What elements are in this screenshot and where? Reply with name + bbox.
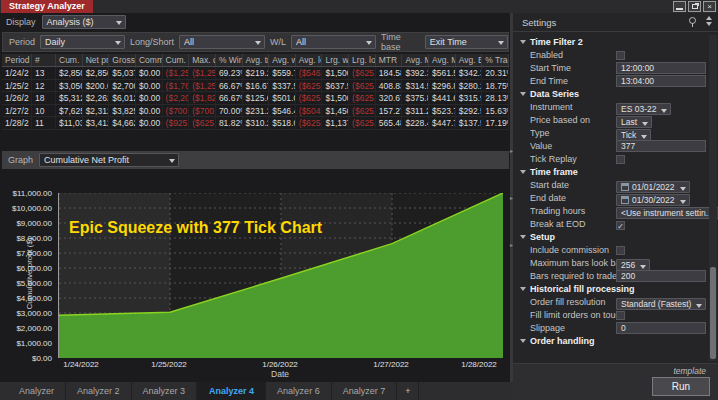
column-header[interactable]: Period	[2, 54, 32, 66]
column-header[interactable]: Avg. M	[402, 54, 429, 66]
timebase-select[interactable]: Exit Time	[425, 35, 508, 49]
tab-analyzer[interactable]: Analyzer	[8, 382, 66, 400]
x-axis-tick-label: 1/26/2022	[262, 360, 298, 369]
column-header[interactable]: Cum. n	[56, 54, 83, 66]
cell: 184.58	[376, 67, 403, 79]
column-header[interactable]: Avg. M	[429, 54, 456, 66]
cell: 320.67	[376, 92, 403, 104]
tab-analyzer-4[interactable]: Analyzer 4	[197, 382, 266, 400]
cell: ($1,25	[163, 67, 190, 79]
scrollbar-thumb[interactable]	[710, 267, 716, 359]
cell: $137.5	[456, 117, 483, 129]
cell: 12	[32, 80, 56, 92]
cell: $11,03	[56, 117, 83, 129]
column-header[interactable]: Avg. lo	[296, 54, 323, 66]
template-link[interactable]: template	[673, 366, 706, 376]
run-button[interactable]: Run	[652, 377, 710, 396]
enabled-checkbox[interactable]	[616, 51, 625, 60]
tick-replay-checkbox[interactable]	[616, 155, 625, 164]
window-title-tab[interactable]: Strategy Analyzer	[1, 0, 93, 13]
display-select[interactable]: Analysis ($)	[42, 15, 126, 29]
collapse-arrow-icon[interactable]	[520, 170, 526, 174]
cell: 565.48	[376, 117, 403, 129]
close-button[interactable]: ×	[703, 1, 716, 12]
tab-analyzer-6[interactable]: Analyzer 6	[266, 382, 332, 400]
arrow-down-icon	[706, 22, 712, 26]
tab-analyzer-2[interactable]: Analyzer 2	[66, 382, 132, 400]
end-time-field[interactable]	[616, 75, 706, 87]
start-time-field[interactable]	[616, 62, 706, 74]
add-tab-button[interactable]: +	[397, 382, 419, 400]
column-header[interactable]: % Trac	[482, 54, 509, 66]
settings-panel: Settings Time Filter 2 Enabled Start Tim…	[513, 13, 718, 400]
y-axis-tick-label: $6,000.00	[16, 264, 52, 273]
column-header[interactable]: Net pro	[83, 54, 110, 66]
column-header[interactable]: #	[32, 54, 56, 66]
period-select[interactable]: Daily	[40, 35, 125, 49]
collapse-arrow-icon[interactable]	[520, 92, 526, 96]
settings-scrollbar[interactable]	[709, 35, 717, 361]
cell: $518.0	[269, 117, 296, 129]
cell: $280.2	[456, 80, 483, 92]
cell: $310.2	[243, 117, 270, 129]
table-row[interactable]: 1/28/2 11 $11,03 $3,412 $4,662 $0.00 ($9…	[2, 117, 509, 130]
cell: $292.5	[456, 105, 483, 117]
expand-collapse-arrows[interactable]	[706, 16, 712, 26]
column-header[interactable]: Lrg. wi	[322, 54, 349, 66]
settings-header: Settings	[513, 13, 718, 32]
table-row[interactable]: 1/25/2 12 $3,050 $200.0 $2,700 $0.00 ($1…	[2, 80, 509, 93]
column-header[interactable]: Max. d	[189, 54, 216, 66]
column-header[interactable]: Cum. n	[163, 54, 190, 66]
analyzer-main-panel: Display Analysis ($) Period Daily Long/S…	[0, 13, 512, 382]
column-header[interactable]: Avg. E	[456, 54, 483, 66]
break-at-eod-checkbox[interactable]	[616, 221, 625, 230]
cell: $0.00	[136, 117, 163, 129]
column-header[interactable]: Avg. tr	[243, 54, 270, 66]
bars-required-field[interactable]	[616, 270, 706, 282]
cell: 15.63%	[482, 105, 509, 117]
column-header[interactable]: Lrg. lo	[349, 54, 376, 66]
tab-analyzer-7[interactable]: Analyzer 7	[332, 382, 398, 400]
column-header[interactable]: MTR	[376, 54, 403, 66]
cell: $3,825	[109, 105, 136, 117]
restore-button[interactable]	[688, 1, 701, 12]
cell: 20.31%	[482, 67, 509, 79]
cell: $311.2	[402, 105, 429, 117]
cell: $523.7	[429, 105, 456, 117]
pin-icon[interactable]	[688, 17, 696, 27]
cell: ($925.	[163, 117, 190, 129]
setting-row-fill-limit-orders: Fill limit orders on touch	[513, 308, 709, 321]
setting-row-enabled: Enabled	[513, 48, 709, 61]
graph-type-select[interactable]: Cumulative Net Profit	[39, 153, 179, 167]
strategy-analyzer-window: Strategy Analyzer × Display Analysis ($)…	[0, 0, 718, 400]
cell: $1,137	[322, 117, 349, 129]
cumulative-net-profit-chart: Cumulative profit ($) $11,000.00$10,000.…	[0, 170, 510, 380]
cell: $392.3	[402, 67, 429, 79]
table-row[interactable]: 1/26/2 18 $5,312 $2,262 $6,012 $0.00 ($2…	[2, 92, 509, 105]
wl-select[interactable]: All	[291, 35, 376, 49]
collapse-arrow-icon[interactable]	[520, 235, 526, 239]
collapse-arrow-icon[interactable]	[520, 40, 526, 44]
column-header[interactable]: Avg. w	[269, 54, 296, 66]
chart-plot-area[interactable]: Epic Squeeze with 377 Tick Chart	[58, 193, 502, 358]
settings-section-order-handling[interactable]: Order handling	[513, 334, 709, 347]
display-select-value: Analysis ($)	[47, 17, 94, 27]
minimize-button[interactable]	[673, 1, 686, 12]
slippage-field[interactable]	[616, 322, 706, 334]
section-title: Setup	[530, 232, 555, 242]
cell: $2,262	[83, 92, 110, 104]
column-header[interactable]: Comm.	[136, 54, 163, 66]
collapse-arrow-icon[interactable]	[520, 287, 526, 291]
cell: ($700.	[189, 105, 216, 117]
table-row[interactable]: 1/24/2 13 $2,850 $2,850 $5,037 $0.00 ($1…	[2, 67, 509, 80]
y-axis-tick-label: $2,000.00	[16, 324, 52, 333]
y-axis-tick-label: $4,000.00	[16, 294, 52, 303]
cell: 1/24/2	[2, 67, 32, 79]
collapse-arrow-icon[interactable]	[520, 339, 526, 343]
column-header[interactable]: % Win	[216, 54, 243, 66]
table-row[interactable]: 1/27/2 10 $7,625 $2,312 $3,825 $0.00 ($7…	[2, 105, 509, 118]
longshort-select[interactable]: All	[179, 35, 265, 49]
tab-analyzer-3[interactable]: Analyzer 3	[132, 382, 198, 400]
fill-limit-orders-checkbox[interactable]	[616, 311, 625, 320]
column-header[interactable]: Gross	[109, 54, 136, 66]
